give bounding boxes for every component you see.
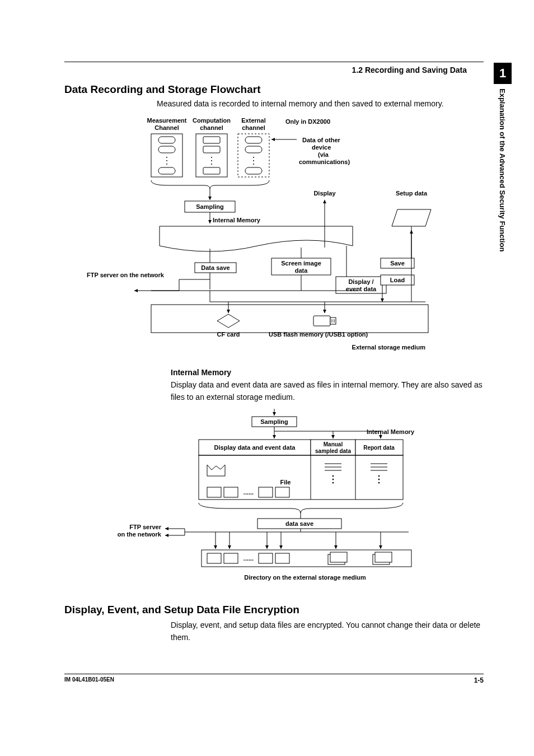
doc-id: IM 04L41B01-05EN	[64, 676, 114, 683]
svg-rect-96	[275, 553, 289, 563]
svg-rect-48	[330, 318, 336, 324]
lbl-other1: Data of other	[302, 137, 341, 143]
f2-man2: sampled data	[315, 448, 351, 454]
col-ext2: channel	[242, 124, 265, 131]
lbl-display: Display	[313, 190, 336, 197]
lbl-sampling: Sampling	[196, 203, 224, 210]
svg-point-11	[211, 164, 212, 165]
svg-point-73	[332, 482, 334, 483]
svg-rect-51	[151, 305, 428, 333]
section-header: 1.2 Recording and Saving Data	[64, 66, 467, 74]
svg-point-2	[166, 157, 167, 158]
lbl-save: Save	[390, 260, 405, 267]
f2-internal: Internal Memory	[367, 428, 415, 435]
svg-rect-66	[259, 487, 273, 497]
subhead-internal: Internal Memory	[64, 368, 484, 377]
f2-datasave: data save	[285, 520, 313, 527]
col-meas2: Channel	[154, 124, 179, 131]
svg-rect-94	[224, 553, 238, 563]
col-comp2: channel	[200, 124, 223, 131]
svg-rect-12	[203, 167, 220, 174]
svg-point-9	[211, 157, 212, 158]
svg-rect-47	[313, 316, 330, 326]
lbl-only: Only in DX2000	[285, 118, 330, 125]
svg-point-16	[253, 157, 254, 158]
usb-icon	[313, 316, 336, 326]
figure-storage-flowchart: Measurement Channel Computation channel …	[67, 111, 481, 358]
chapter-number: 1	[494, 63, 512, 84]
svg-point-72	[332, 479, 334, 480]
svg-rect-0	[158, 137, 175, 143]
f2-ftp2: on the network	[118, 531, 162, 538]
svg-rect-100	[375, 552, 392, 562]
svg-rect-93	[207, 553, 221, 563]
svg-rect-65	[224, 487, 238, 497]
ext-stack	[238, 134, 269, 177]
lbl-screen2: data	[294, 267, 308, 274]
chapter-tab: 1 Explanation of the Advanced Security F…	[494, 63, 512, 279]
col-meas: Measurement	[147, 117, 186, 124]
page-number: 1-5	[474, 676, 484, 684]
svg-rect-1	[158, 146, 175, 153]
lbl-datasave: Data save	[201, 264, 229, 271]
f2-dispev: Display data and event data	[214, 444, 296, 451]
svg-point-79	[378, 482, 380, 483]
lbl-ftp: FTP server on the network	[87, 272, 165, 278]
svg-point-4	[166, 164, 167, 165]
col-comp: Computation	[193, 117, 231, 124]
lbl-other2: device	[312, 144, 331, 151]
cfcard-icon	[217, 314, 240, 328]
svg-rect-95	[259, 553, 273, 563]
svg-point-18	[253, 164, 254, 165]
f2-dir: Directory on the external storage medium	[244, 574, 366, 581]
setup-shape	[392, 209, 431, 226]
svg-rect-15	[245, 146, 262, 153]
svg-rect-98	[330, 552, 347, 562]
svg-point-77	[378, 475, 380, 477]
doc-internal	[160, 226, 353, 251]
lbl-other3: (via	[318, 151, 329, 158]
lbl-other4: communications)	[299, 158, 350, 165]
f2-report: Report data	[363, 445, 395, 451]
f2-ftp1: FTP server	[129, 524, 161, 530]
lbl-extstore: External storage medium	[352, 344, 425, 351]
svg-rect-14	[245, 137, 262, 143]
col-ext: External	[241, 117, 265, 124]
header-rule	[64, 62, 484, 62]
f2-file: File	[280, 479, 291, 486]
f2-man1: Manual	[323, 441, 343, 447]
f2-dots2: ......	[243, 555, 253, 562]
svg-rect-64	[207, 487, 221, 497]
body-encryption: Display, event, and setup data files are…	[64, 619, 484, 643]
lead-flowchart: Measured data is recorded to internal me…	[64, 99, 484, 108]
svg-point-17	[253, 160, 254, 161]
lbl-load: Load	[390, 277, 404, 283]
svg-rect-8	[203, 146, 220, 153]
lbl-dispev1: Display /	[348, 278, 373, 285]
lbl-dispev2: event data	[345, 286, 376, 292]
svg-rect-19	[245, 167, 262, 174]
heading-flowchart: Data Recording and Storage Flowchart	[64, 83, 484, 96]
f2-dots1: ......	[243, 489, 253, 496]
heading-encryption: Display, Event, and Setup Data File Encr…	[64, 604, 484, 616]
svg-point-78	[378, 479, 380, 480]
f2-sampling: Sampling	[260, 418, 288, 425]
chapter-title-vertical: Explanation of the Advanced Security Fun…	[498, 84, 507, 279]
svg-rect-67	[275, 487, 289, 497]
svg-point-3	[166, 160, 167, 161]
lbl-internal: Internal Memory	[213, 217, 261, 223]
svg-point-10	[211, 160, 212, 161]
svg-rect-7	[203, 137, 220, 143]
svg-point-71	[332, 475, 334, 477]
svg-rect-5	[158, 167, 175, 174]
body-internal: Display data and event data are saved as…	[64, 379, 484, 403]
meas-stack	[151, 134, 182, 177]
lbl-usb: USB flash memory (/USB1 option)	[269, 331, 368, 338]
lbl-setup: Setup data	[395, 190, 427, 197]
page-footer: IM 04L41B01-05EN 1-5	[64, 674, 484, 684]
lbl-cf: CF card	[217, 331, 240, 338]
comp-stack	[196, 134, 227, 177]
chart-icon	[207, 465, 225, 476]
figure-internal-memory: Sampling Internal Memory Display data an…	[118, 409, 431, 594]
lbl-screen1: Screen image	[281, 260, 321, 267]
